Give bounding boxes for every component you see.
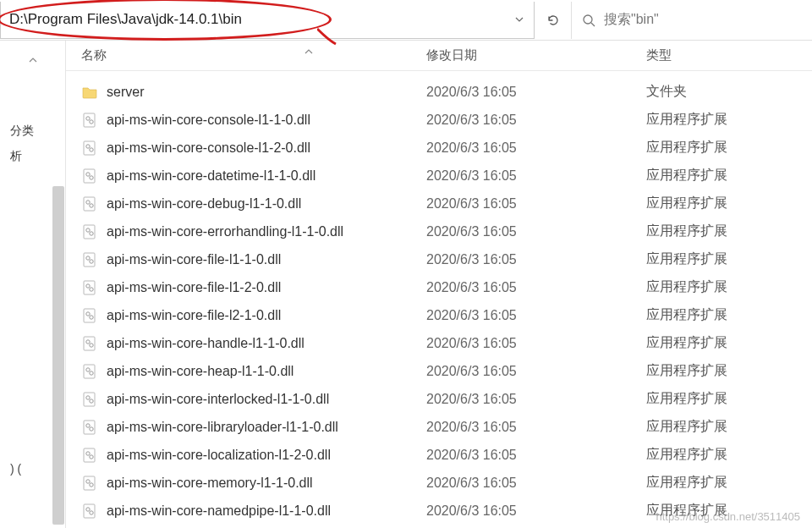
dll-file-icon xyxy=(81,195,98,212)
file-name: api-ms-win-core-console-l1-1-0.dll xyxy=(107,113,310,128)
file-type: 应用程序扩展 xyxy=(646,167,812,184)
file-name: server xyxy=(107,85,144,100)
refresh-button[interactable] xyxy=(535,2,572,39)
refresh-icon xyxy=(546,14,560,27)
dll-file-icon xyxy=(81,223,98,240)
search-placeholder: 搜索"bin" xyxy=(604,11,659,29)
file-row[interactable]: api-ms-win-core-console-l1-2-0.dll2020/6… xyxy=(66,134,812,162)
file-name-cell: api-ms-win-core-file-l1-1-0.dll xyxy=(66,251,426,268)
file-date: 2020/6/3 16:05 xyxy=(426,476,646,491)
address-history-dropdown[interactable] xyxy=(505,2,534,38)
file-name-cell: api-ms-win-core-handle-l1-1-0.dll xyxy=(66,335,426,352)
file-row[interactable]: api-ms-win-core-file-l1-2-0.dll2020/6/3 … xyxy=(66,273,812,301)
file-row[interactable]: api-ms-win-core-heap-l1-1-0.dll2020/6/3 … xyxy=(66,357,812,385)
file-row[interactable]: api-ms-win-core-datetime-l1-1-0.dll2020/… xyxy=(66,162,812,190)
file-name-cell: api-ms-win-core-file-l1-2-0.dll xyxy=(66,279,426,296)
nav-item[interactable]: 析 xyxy=(0,144,65,169)
file-date: 2020/6/3 16:05 xyxy=(426,252,646,267)
nav-panel: 分类 析 ) ( xyxy=(0,41,66,528)
file-date: 2020/6/3 16:05 xyxy=(426,420,646,435)
folder-icon xyxy=(81,84,98,101)
file-row[interactable]: api-ms-win-core-handle-l1-1-0.dll2020/6/… xyxy=(66,329,812,357)
dll-file-icon xyxy=(81,475,98,492)
file-row[interactable]: api-ms-win-core-libraryloader-l1-1-0.dll… xyxy=(66,413,812,441)
file-name: api-ms-win-core-namedpipe-l1-1-0.dll xyxy=(107,503,331,519)
file-name-cell: api-ms-win-core-console-l1-1-0.dll xyxy=(66,112,426,129)
file-type: 应用程序扩展 xyxy=(646,223,812,240)
file-row[interactable]: api-ms-win-core-interlocked-l1-1-0.dll20… xyxy=(66,385,812,413)
column-header-date[interactable]: 修改日期 xyxy=(426,47,646,63)
file-row[interactable]: api-ms-win-core-file-l2-1-0.dll2020/6/3 … xyxy=(66,301,812,329)
file-row[interactable]: api-ms-win-core-localization-l1-2-0.dll2… xyxy=(66,441,812,469)
column-header-name[interactable]: 名称 xyxy=(66,47,426,63)
file-name: api-ms-win-core-file-l1-2-0.dll xyxy=(107,280,281,295)
file-type: 应用程序扩展 xyxy=(646,306,812,324)
file-type: 应用程序扩展 xyxy=(646,334,812,352)
file-row[interactable]: api-ms-win-core-errorhandling-l1-1-0.dll… xyxy=(66,217,812,245)
nav-item[interactable]: 分类 xyxy=(0,118,65,144)
file-name-cell: api-ms-win-core-file-l2-1-0.dll xyxy=(66,307,426,324)
file-name: api-ms-win-core-interlocked-l1-1-0.dll xyxy=(107,392,329,407)
file-name-cell: api-ms-win-core-memory-l1-1-0.dll xyxy=(66,475,426,492)
search-icon xyxy=(582,14,595,27)
nav-scrollbar[interactable] xyxy=(52,186,64,525)
dll-file-icon xyxy=(81,419,98,436)
file-name: api-ms-win-core-handle-l1-1-0.dll xyxy=(107,336,304,351)
file-date: 2020/6/3 16:05 xyxy=(426,392,646,407)
file-type: 应用程序扩展 xyxy=(646,139,812,157)
column-headers: 名称 修改日期 类型 xyxy=(66,41,812,71)
file-type: 应用程序扩展 xyxy=(646,250,812,268)
file-type: 应用程序扩展 xyxy=(646,502,812,520)
address-bar[interactable]: D:\Program Files\Java\jdk-14.0.1\bin xyxy=(0,2,535,39)
search-box[interactable]: 搜索"bin" xyxy=(572,2,812,39)
dll-file-icon xyxy=(81,503,98,520)
address-path[interactable]: D:\Program Files\Java\jdk-14.0.1\bin xyxy=(1,11,505,28)
file-name: api-ms-win-core-libraryloader-l1-1-0.dll xyxy=(107,420,338,435)
file-date: 2020/6/3 16:05 xyxy=(426,364,646,379)
file-row[interactable]: api-ms-win-core-memory-l1-1-0.dll2020/6/… xyxy=(66,469,812,497)
file-name: api-ms-win-core-errorhandling-l1-1-0.dll xyxy=(107,224,343,239)
file-name-cell: api-ms-win-core-localization-l1-2-0.dll xyxy=(66,447,426,464)
file-type: 应用程序扩展 xyxy=(646,446,812,464)
content: 分类 析 ) ( 名称 修改日期 类型 server2020/6/3 16:05… xyxy=(0,41,812,528)
dll-file-icon xyxy=(81,447,98,464)
caret-up-icon xyxy=(303,47,315,56)
column-header-type[interactable]: 类型 xyxy=(646,47,812,63)
file-name-cell: api-ms-win-core-libraryloader-l1-1-0.dll xyxy=(66,419,426,436)
file-name-cell: api-ms-win-core-debug-l1-1-0.dll xyxy=(66,195,426,212)
file-date: 2020/6/3 16:05 xyxy=(426,280,646,295)
nav-collapse-button[interactable] xyxy=(0,52,65,68)
file-type: 应用程序扩展 xyxy=(646,390,812,408)
file-date: 2020/6/3 16:05 xyxy=(426,113,646,128)
file-name-cell: api-ms-win-core-console-l1-2-0.dll xyxy=(66,140,426,157)
dll-file-icon xyxy=(81,391,98,408)
file-name-cell: api-ms-win-core-datetime-l1-1-0.dll xyxy=(66,168,426,184)
toolbar: D:\Program Files\Java\jdk-14.0.1\bin 搜索"… xyxy=(0,0,812,41)
file-name-cell: api-ms-win-core-interlocked-l1-1-0.dll xyxy=(66,391,426,408)
dll-file-icon xyxy=(81,335,98,352)
file-type: 应用程序扩展 xyxy=(646,111,812,129)
file-date: 2020/6/3 16:05 xyxy=(426,168,646,184)
dll-file-icon xyxy=(81,112,98,129)
file-date: 2020/6/3 16:05 xyxy=(426,85,646,100)
file-row[interactable]: server2020/6/3 16:05文件夹 xyxy=(66,78,812,106)
file-name-cell: api-ms-win-core-errorhandling-l1-1-0.dll xyxy=(66,223,426,240)
dll-file-icon xyxy=(81,279,98,296)
file-date: 2020/6/3 16:05 xyxy=(426,336,646,351)
file-date: 2020/6/3 16:05 xyxy=(426,196,646,212)
file-name: api-ms-win-core-memory-l1-1-0.dll xyxy=(107,476,313,491)
file-row[interactable]: api-ms-win-core-namedpipe-l1-1-0.dll2020… xyxy=(66,497,812,525)
file-name: api-ms-win-core-datetime-l1-1-0.dll xyxy=(107,168,315,184)
chevron-up-icon xyxy=(28,56,38,64)
file-type: 文件夹 xyxy=(646,83,812,101)
file-name: api-ms-win-core-file-l1-1-0.dll xyxy=(107,252,281,267)
file-row[interactable]: api-ms-win-core-console-l1-1-0.dll2020/6… xyxy=(66,106,812,134)
file-row[interactable]: api-ms-win-core-debug-l1-1-0.dll2020/6/3… xyxy=(66,190,812,217)
file-type: 应用程序扩展 xyxy=(646,418,812,436)
file-row[interactable]: api-ms-win-core-file-l1-1-0.dll2020/6/3 … xyxy=(66,245,812,273)
dll-file-icon xyxy=(81,168,98,184)
file-name: api-ms-win-core-file-l2-1-0.dll xyxy=(107,308,281,323)
file-type: 应用程序扩展 xyxy=(646,362,812,380)
file-type: 应用程序扩展 xyxy=(646,195,812,212)
svg-point-0 xyxy=(584,15,592,24)
